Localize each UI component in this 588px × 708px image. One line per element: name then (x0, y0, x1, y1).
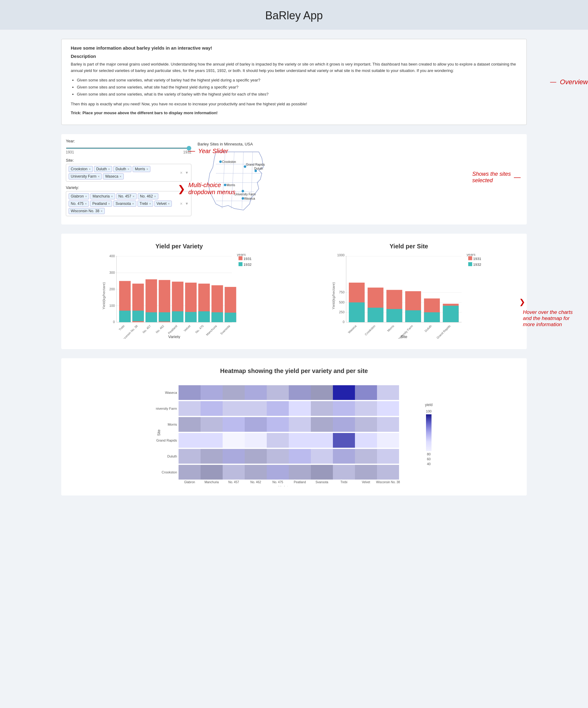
variety-clear[interactable]: × (180, 201, 182, 206)
site-tag-waseca[interactable]: Waseca× (103, 173, 123, 179)
svg-rect-31 (119, 311, 131, 322)
svg-text:Duluth: Duluth (167, 454, 177, 458)
variety-tag-no457[interactable]: No. 457× (116, 193, 137, 199)
heatmap-legend: yield 100 80 60 40 (425, 403, 433, 466)
controls-panel: Year: 1931 1932 Site: Crookston× Duluth×… (66, 139, 192, 220)
closing-text: Then this app is exactly what you need! … (71, 101, 517, 108)
svg-text:No. 457: No. 457 (142, 324, 152, 334)
description-label: Description (71, 54, 517, 59)
variety-tag-velvet[interactable]: Velvet× (154, 201, 172, 207)
svg-rect-159 (267, 465, 289, 479)
variety-multiselect[interactable]: Glabron× Manchuria× No. 457× No. 462× No… (66, 191, 192, 216)
svg-rect-121 (311, 401, 333, 416)
svg-rect-134 (377, 417, 399, 432)
svg-text:Svansota: Svansota (316, 480, 328, 484)
heatmap-svg: Site Waseca University Farm Morris Grand… (155, 382, 419, 486)
heatmap-section: Heatmap showing the yield per variety an… (61, 358, 527, 496)
svg-line-7 (242, 152, 243, 209)
svg-text:Velvet: Velvet (183, 324, 192, 332)
multi-choice-label: Multi-choice dropdown menus (188, 182, 235, 196)
svg-rect-80 (349, 302, 365, 322)
svg-text:years: years (237, 253, 245, 257)
site-multiselect[interactable]: Crookston× Duluth× Duluth× Morris× Unive… (66, 164, 192, 182)
svg-text:Yield(kg/hectare): Yield(kg/hectare) (102, 282, 106, 309)
variety-tag-peatland[interactable]: Peatland× (90, 201, 112, 207)
variety-tag-glabron[interactable]: Glabron× (68, 193, 89, 199)
bullet-2: Given some sites and some varieties, wha… (77, 84, 517, 91)
variety-arrow[interactable]: ▼ (185, 202, 189, 206)
hover-arrow: ❯ (519, 298, 525, 306)
svg-text:750: 750 (339, 291, 345, 294)
svg-text:Grand Rapids: Grand Rapids (436, 324, 451, 339)
svg-rect-108 (245, 385, 267, 400)
svg-rect-149 (267, 449, 289, 464)
heatmap-legend-mid1: 80 (427, 452, 431, 456)
map-label-duluth: Duluth (254, 167, 263, 170)
site-tag-universityfarm[interactable]: University Farm× (68, 173, 102, 179)
svg-rect-139 (267, 433, 289, 448)
svg-rect-110 (289, 385, 311, 400)
app-header: BaRley App (0, 0, 588, 30)
svg-rect-128 (245, 417, 267, 432)
svg-rect-10 (239, 256, 242, 260)
svg-text:Variety: Variety (168, 334, 180, 339)
site-arrow[interactable]: ▼ (185, 171, 189, 175)
svg-text:Peatland: Peatland (294, 480, 306, 484)
map-title: Barley Sites in Minnesota, USA (198, 142, 516, 146)
svg-text:Crookston: Crookston (364, 324, 376, 336)
svg-text:Trebi: Trebi (340, 480, 347, 484)
svg-rect-133 (355, 417, 377, 432)
site-tag-duluth[interactable]: Duluth× (94, 166, 112, 172)
svg-text:300: 300 (109, 271, 115, 274)
svg-rect-41 (185, 312, 197, 322)
variety-tag-no462[interactable]: No. 462× (138, 193, 158, 199)
bullet-1: Given some sites and some varieties, wha… (77, 77, 517, 84)
svg-text:University Farm: University Farm (155, 407, 177, 410)
svg-rect-152 (333, 449, 355, 464)
app-title: BaRley App (0, 9, 588, 22)
svg-text:Svansota: Svansota (219, 324, 231, 336)
svg-text:Variety: Variety (278, 485, 289, 486)
svg-rect-35 (145, 312, 157, 322)
variety-tag-trebi[interactable]: Trebi× (138, 201, 153, 207)
svg-text:Morris: Morris (168, 422, 177, 426)
svg-text:Grand Rapids: Grand Rapids (156, 439, 177, 442)
svg-rect-107 (223, 385, 245, 400)
heatmap-container: Site Waseca University Farm Morris Grand… (70, 382, 518, 486)
site-label: Site: (66, 158, 192, 163)
site-tag-grandrapids[interactable]: Duluth× (113, 166, 131, 172)
svg-rect-82 (368, 308, 383, 322)
svg-text:400: 400 (109, 254, 115, 258)
svg-rect-43 (198, 312, 210, 322)
svg-text:Yield(kg/hectare): Yield(kg/hectare) (331, 282, 336, 309)
svg-rect-164 (377, 465, 399, 479)
variety-tag-wisc38[interactable]: Wisconsin No. 38× (68, 208, 105, 214)
year-min: 1931 (66, 150, 74, 154)
svg-rect-123 (355, 401, 377, 416)
svg-text:500: 500 (339, 300, 345, 304)
yield-site-title: Yield per Site (300, 243, 518, 250)
svg-rect-145 (179, 449, 201, 464)
variety-tag-no475[interactable]: No. 475× (68, 201, 89, 207)
year-slider[interactable] (66, 148, 192, 149)
svg-text:Site: Site (157, 430, 161, 436)
svg-rect-147 (223, 449, 245, 464)
svg-rect-105 (179, 385, 201, 400)
variety-label: Variety: (66, 185, 192, 190)
bullet-list: Given some sites and some varieties, wha… (77, 77, 517, 98)
svg-rect-132 (333, 417, 355, 432)
variety-tag-manchuria[interactable]: Manchuria× (90, 193, 115, 199)
svg-rect-124 (377, 401, 399, 416)
heatmap-gradient-bar (426, 414, 432, 451)
site-tag-morris[interactable]: Morris× (133, 166, 150, 172)
variety-tag-svansota[interactable]: Svansota× (113, 201, 136, 207)
charts-row: Yield per Variety Yield(kg/hectare) 1931… (70, 243, 518, 340)
card-title: Have some information about barley yield… (71, 45, 517, 51)
svg-rect-39 (172, 312, 183, 322)
svg-rect-131 (311, 417, 333, 432)
svg-rect-163 (355, 465, 377, 479)
svg-text:Manchuria: Manchuria (204, 480, 219, 484)
svg-text:Waseca: Waseca (347, 324, 357, 334)
site-clear[interactable]: × (180, 170, 182, 175)
site-tag-crookston[interactable]: Crookston× (68, 166, 93, 172)
